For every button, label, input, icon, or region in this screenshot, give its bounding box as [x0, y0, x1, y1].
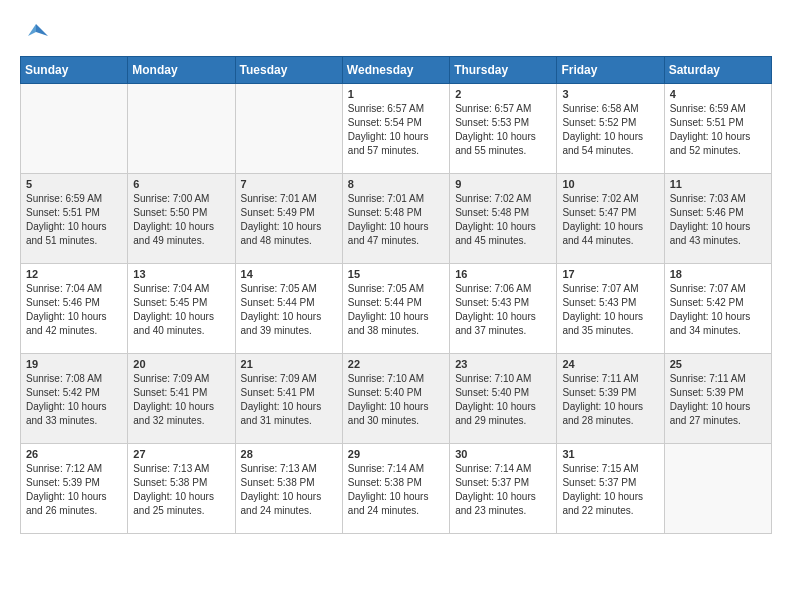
day-info: Sunrise: 7:02 AM Sunset: 5:47 PM Dayligh…: [562, 192, 658, 248]
day-cell: 4Sunrise: 6:59 AM Sunset: 5:51 PM Daylig…: [664, 84, 771, 174]
day-cell: 22Sunrise: 7:10 AM Sunset: 5:40 PM Dayli…: [342, 354, 449, 444]
day-number: 20: [133, 358, 229, 370]
day-info: Sunrise: 7:09 AM Sunset: 5:41 PM Dayligh…: [241, 372, 337, 428]
day-info: Sunrise: 6:57 AM Sunset: 5:54 PM Dayligh…: [348, 102, 444, 158]
day-cell: 30Sunrise: 7:14 AM Sunset: 5:37 PM Dayli…: [450, 444, 557, 534]
day-cell: [21, 84, 128, 174]
day-info: Sunrise: 7:00 AM Sunset: 5:50 PM Dayligh…: [133, 192, 229, 248]
week-row-3: 19Sunrise: 7:08 AM Sunset: 5:42 PM Dayli…: [21, 354, 772, 444]
day-info: Sunrise: 6:59 AM Sunset: 5:51 PM Dayligh…: [670, 102, 766, 158]
day-number: 22: [348, 358, 444, 370]
day-cell: 5Sunrise: 6:59 AM Sunset: 5:51 PM Daylig…: [21, 174, 128, 264]
header-cell-tuesday: Tuesday: [235, 57, 342, 84]
day-number: 9: [455, 178, 551, 190]
day-cell: 13Sunrise: 7:04 AM Sunset: 5:45 PM Dayli…: [128, 264, 235, 354]
day-info: Sunrise: 7:13 AM Sunset: 5:38 PM Dayligh…: [133, 462, 229, 518]
day-number: 26: [26, 448, 122, 460]
header-cell-saturday: Saturday: [664, 57, 771, 84]
day-info: Sunrise: 7:09 AM Sunset: 5:41 PM Dayligh…: [133, 372, 229, 428]
week-row-1: 5Sunrise: 6:59 AM Sunset: 5:51 PM Daylig…: [21, 174, 772, 264]
day-number: 6: [133, 178, 229, 190]
week-row-2: 12Sunrise: 7:04 AM Sunset: 5:46 PM Dayli…: [21, 264, 772, 354]
day-number: 8: [348, 178, 444, 190]
day-info: Sunrise: 6:58 AM Sunset: 5:52 PM Dayligh…: [562, 102, 658, 158]
day-info: Sunrise: 7:02 AM Sunset: 5:48 PM Dayligh…: [455, 192, 551, 248]
week-row-0: 1Sunrise: 6:57 AM Sunset: 5:54 PM Daylig…: [21, 84, 772, 174]
header-cell-monday: Monday: [128, 57, 235, 84]
day-info: Sunrise: 7:11 AM Sunset: 5:39 PM Dayligh…: [670, 372, 766, 428]
day-number: 23: [455, 358, 551, 370]
day-number: 15: [348, 268, 444, 280]
day-cell: 18Sunrise: 7:07 AM Sunset: 5:42 PM Dayli…: [664, 264, 771, 354]
header-cell-thursday: Thursday: [450, 57, 557, 84]
day-cell: 6Sunrise: 7:00 AM Sunset: 5:50 PM Daylig…: [128, 174, 235, 264]
day-cell: 11Sunrise: 7:03 AM Sunset: 5:46 PM Dayli…: [664, 174, 771, 264]
day-info: Sunrise: 7:13 AM Sunset: 5:38 PM Dayligh…: [241, 462, 337, 518]
day-number: 1: [348, 88, 444, 100]
week-row-4: 26Sunrise: 7:12 AM Sunset: 5:39 PM Dayli…: [21, 444, 772, 534]
day-number: 10: [562, 178, 658, 190]
day-info: Sunrise: 7:05 AM Sunset: 5:44 PM Dayligh…: [348, 282, 444, 338]
page-header: [20, 20, 772, 52]
day-number: 31: [562, 448, 658, 460]
day-number: 28: [241, 448, 337, 460]
day-info: Sunrise: 7:04 AM Sunset: 5:45 PM Dayligh…: [133, 282, 229, 338]
header-cell-friday: Friday: [557, 57, 664, 84]
day-info: Sunrise: 7:04 AM Sunset: 5:46 PM Dayligh…: [26, 282, 122, 338]
day-cell: 7Sunrise: 7:01 AM Sunset: 5:49 PM Daylig…: [235, 174, 342, 264]
day-info: Sunrise: 7:15 AM Sunset: 5:37 PM Dayligh…: [562, 462, 658, 518]
header-row: SundayMondayTuesdayWednesdayThursdayFrid…: [21, 57, 772, 84]
logo: [20, 20, 56, 52]
calendar-table: SundayMondayTuesdayWednesdayThursdayFrid…: [20, 56, 772, 534]
day-info: Sunrise: 7:08 AM Sunset: 5:42 PM Dayligh…: [26, 372, 122, 428]
day-info: Sunrise: 7:12 AM Sunset: 5:39 PM Dayligh…: [26, 462, 122, 518]
day-info: Sunrise: 7:07 AM Sunset: 5:42 PM Dayligh…: [670, 282, 766, 338]
day-cell: 29Sunrise: 7:14 AM Sunset: 5:38 PM Dayli…: [342, 444, 449, 534]
day-cell: 25Sunrise: 7:11 AM Sunset: 5:39 PM Dayli…: [664, 354, 771, 444]
day-number: 17: [562, 268, 658, 280]
day-number: 3: [562, 88, 658, 100]
day-info: Sunrise: 7:14 AM Sunset: 5:38 PM Dayligh…: [348, 462, 444, 518]
day-number: 5: [26, 178, 122, 190]
day-cell: 26Sunrise: 7:12 AM Sunset: 5:39 PM Dayli…: [21, 444, 128, 534]
calendar-body: 1Sunrise: 6:57 AM Sunset: 5:54 PM Daylig…: [21, 84, 772, 534]
day-cell: [128, 84, 235, 174]
day-cell: 8Sunrise: 7:01 AM Sunset: 5:48 PM Daylig…: [342, 174, 449, 264]
day-cell: 27Sunrise: 7:13 AM Sunset: 5:38 PM Dayli…: [128, 444, 235, 534]
day-info: Sunrise: 7:07 AM Sunset: 5:43 PM Dayligh…: [562, 282, 658, 338]
day-number: 24: [562, 358, 658, 370]
day-cell: 17Sunrise: 7:07 AM Sunset: 5:43 PM Dayli…: [557, 264, 664, 354]
header-cell-wednesday: Wednesday: [342, 57, 449, 84]
day-cell: 24Sunrise: 7:11 AM Sunset: 5:39 PM Dayli…: [557, 354, 664, 444]
day-info: Sunrise: 7:11 AM Sunset: 5:39 PM Dayligh…: [562, 372, 658, 428]
day-cell: 10Sunrise: 7:02 AM Sunset: 5:47 PM Dayli…: [557, 174, 664, 264]
day-info: Sunrise: 7:03 AM Sunset: 5:46 PM Dayligh…: [670, 192, 766, 248]
day-number: 18: [670, 268, 766, 280]
day-info: Sunrise: 7:10 AM Sunset: 5:40 PM Dayligh…: [455, 372, 551, 428]
calendar-header: SundayMondayTuesdayWednesdayThursdayFrid…: [21, 57, 772, 84]
day-number: 4: [670, 88, 766, 100]
day-info: Sunrise: 7:06 AM Sunset: 5:43 PM Dayligh…: [455, 282, 551, 338]
day-number: 12: [26, 268, 122, 280]
day-info: Sunrise: 6:59 AM Sunset: 5:51 PM Dayligh…: [26, 192, 122, 248]
day-cell: 15Sunrise: 7:05 AM Sunset: 5:44 PM Dayli…: [342, 264, 449, 354]
day-info: Sunrise: 7:10 AM Sunset: 5:40 PM Dayligh…: [348, 372, 444, 428]
day-cell: [235, 84, 342, 174]
day-cell: 21Sunrise: 7:09 AM Sunset: 5:41 PM Dayli…: [235, 354, 342, 444]
day-number: 27: [133, 448, 229, 460]
day-info: Sunrise: 7:01 AM Sunset: 5:48 PM Dayligh…: [348, 192, 444, 248]
day-number: 16: [455, 268, 551, 280]
day-number: 14: [241, 268, 337, 280]
day-info: Sunrise: 7:05 AM Sunset: 5:44 PM Dayligh…: [241, 282, 337, 338]
day-number: 2: [455, 88, 551, 100]
logo-icon: [20, 20, 52, 52]
day-cell: [664, 444, 771, 534]
day-info: Sunrise: 7:14 AM Sunset: 5:37 PM Dayligh…: [455, 462, 551, 518]
day-cell: 28Sunrise: 7:13 AM Sunset: 5:38 PM Dayli…: [235, 444, 342, 534]
day-number: 13: [133, 268, 229, 280]
day-cell: 19Sunrise: 7:08 AM Sunset: 5:42 PM Dayli…: [21, 354, 128, 444]
day-number: 7: [241, 178, 337, 190]
day-cell: 2Sunrise: 6:57 AM Sunset: 5:53 PM Daylig…: [450, 84, 557, 174]
day-cell: 1Sunrise: 6:57 AM Sunset: 5:54 PM Daylig…: [342, 84, 449, 174]
day-number: 30: [455, 448, 551, 460]
